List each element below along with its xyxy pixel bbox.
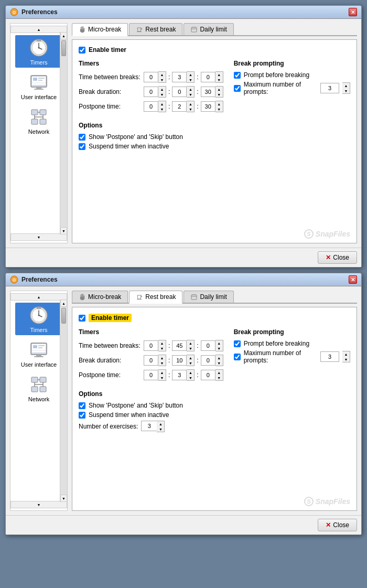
tbb-h-up-2[interactable]: ▲ [158,340,166,346]
sidebar-item-timers-1[interactable]: Timers [15,35,62,68]
pt-s-input-2[interactable] [201,370,215,380]
pt-s-down-2[interactable]: ▼ [215,375,223,380]
sidebar-scrollbar-thumb-1[interactable] [61,40,66,56]
tbb-s-down-1[interactable]: ▼ [215,77,223,82]
show-postpone-skip-checkbox-1[interactable] [79,134,85,141]
bd-m-up-1[interactable]: ▲ [187,87,194,92]
pt-m-input-1[interactable] [172,101,187,112]
sidebar-scrollbar-track-2[interactable] [60,307,67,495]
tbb-m-input-1[interactable] [172,72,187,82]
bd-s-down-1[interactable]: ▼ [215,92,223,97]
bd-m-input-2[interactable] [172,355,187,366]
tab-rest-break-1[interactable]: Rest break [129,23,182,35]
tbb-s-input-1[interactable] [201,72,215,82]
sidebar-item-network-1[interactable]: Network [15,104,62,137]
tab-micro-break-1[interactable]: Micro-break [72,23,128,36]
bd-h-down-2[interactable]: ▼ [158,360,166,366]
max-prompts-up-1[interactable]: ▲ [342,83,350,88]
sidebar-scrollbar-up-1[interactable]: ▲ [60,32,67,39]
pt-h-up-2[interactable]: ▲ [158,370,166,375]
max-prompts-checkbox-2[interactable] [234,354,241,360]
prompt-before-breaking-checkbox-1[interactable] [234,72,241,79]
pt-m-down-1[interactable]: ▼ [187,106,194,112]
pt-m-down-2[interactable]: ▼ [187,375,194,380]
tbb-h-down-2[interactable]: ▼ [158,346,166,351]
pt-s-input-1[interactable] [201,101,215,112]
suspend-timer-checkbox-1[interactable] [79,143,85,150]
tab-rest-break-2[interactable]: Rest break [129,291,182,304]
bd-m-up-2[interactable]: ▲ [187,355,194,360]
sidebar-scrollbar-down-2[interactable]: ▼ [60,495,67,502]
pt-h-input-2[interactable] [144,370,158,380]
tbb-s-down-2[interactable]: ▼ [215,346,223,351]
tab-daily-limit-1[interactable]: Daily limit [183,23,233,35]
bd-h-input-1[interactable] [144,87,158,97]
bd-s-input-2[interactable] [201,355,215,366]
tbb-h-up-1[interactable]: ▲ [158,72,166,77]
sidebar-scroll-up-1[interactable]: ▲ [10,26,67,33]
tbb-m-up-1[interactable]: ▲ [187,72,194,77]
sidebar-scrollbar-2[interactable]: ▲ ▼ [60,300,67,502]
num-exercises-input-2[interactable] [141,421,157,431]
tbb-h-input-1[interactable] [144,72,158,82]
enable-timer-checkbox-2[interactable] [79,315,85,322]
bd-s-up-1[interactable]: ▲ [215,87,223,92]
pt-s-up-2[interactable]: ▲ [215,370,223,375]
bd-h-up-2[interactable]: ▲ [158,355,166,360]
max-prompts-checkbox-1[interactable] [234,85,241,92]
pt-h-input-1[interactable] [144,101,158,112]
pt-h-down-1[interactable]: ▼ [158,106,166,112]
bd-s-down-2[interactable]: ▼ [215,360,223,366]
suspend-timer-checkbox-2[interactable] [79,412,85,419]
window-close-button-2[interactable]: ✕ [349,275,357,284]
max-prompts-input-1[interactable] [320,83,339,93]
bd-h-up-1[interactable]: ▲ [158,87,166,92]
sidebar-item-network-2[interactable]: Network [15,372,62,404]
tbb-s-input-2[interactable] [201,340,215,351]
sidebar-scroll-down-1[interactable]: ▼ [10,233,67,241]
sidebar-scroll-up-2[interactable]: ▲ [10,293,67,301]
max-prompts-down-1[interactable]: ▼ [342,88,350,93]
close-button-1[interactable]: ✕ Close [318,251,357,264]
tbb-m-down-1[interactable]: ▼ [187,77,194,82]
tbb-h-down-1[interactable]: ▼ [158,77,166,82]
sidebar-item-ui-1[interactable]: User interface [15,70,62,102]
bd-s-up-2[interactable]: ▲ [215,355,223,360]
sidebar-item-timers-2[interactable]: Timers [15,303,62,335]
sidebar-scrollbar-track-1[interactable] [60,39,67,227]
pt-m-up-2[interactable]: ▲ [187,370,194,375]
sidebar-scrollbar-up-2[interactable]: ▲ [60,300,67,307]
sidebar-item-ui-2[interactable]: User interface [15,337,62,370]
sidebar-scrollbar-down-1[interactable]: ▼ [60,227,67,234]
tab-daily-limit-2[interactable]: Daily limit [183,291,233,303]
tbb-h-input-2[interactable] [144,340,158,351]
max-prompts-up-2[interactable]: ▲ [342,351,350,357]
tbb-m-up-2[interactable]: ▲ [187,340,194,346]
max-prompts-input-2[interactable] [320,351,339,362]
num-exercises-down-2[interactable]: ▼ [157,426,164,432]
bd-s-input-1[interactable] [201,87,215,97]
tbb-m-input-2[interactable] [172,340,187,351]
tbb-s-up-2[interactable]: ▲ [215,340,223,346]
pt-s-up-1[interactable]: ▲ [215,101,223,106]
bd-h-input-2[interactable] [144,355,158,366]
show-postpone-skip-checkbox-2[interactable] [79,402,85,409]
close-button-2[interactable]: ✕ Close [318,519,357,531]
sidebar-scroll-down-2[interactable]: ▼ [10,501,67,508]
tbb-s-up-1[interactable]: ▲ [215,72,223,77]
bd-h-down-1[interactable]: ▼ [158,92,166,97]
enable-timer-checkbox-1[interactable] [79,47,85,54]
pt-h-down-2[interactable]: ▼ [158,375,166,380]
sidebar-scrollbar-1[interactable]: ▲ ▼ [60,32,67,234]
bd-m-down-2[interactable]: ▼ [187,360,194,366]
max-prompts-down-2[interactable]: ▼ [342,357,350,362]
tbb-m-down-2[interactable]: ▼ [187,346,194,351]
pt-m-input-2[interactable] [172,370,187,380]
pt-s-down-1[interactable]: ▼ [215,106,223,112]
window-close-button-1[interactable]: ✕ [349,8,357,16]
pt-m-up-1[interactable]: ▲ [187,101,194,106]
bd-m-down-1[interactable]: ▼ [187,92,194,97]
sidebar-scrollbar-thumb-2[interactable] [61,308,66,324]
num-exercises-up-2[interactable]: ▲ [157,421,164,426]
bd-m-input-1[interactable] [172,87,187,97]
